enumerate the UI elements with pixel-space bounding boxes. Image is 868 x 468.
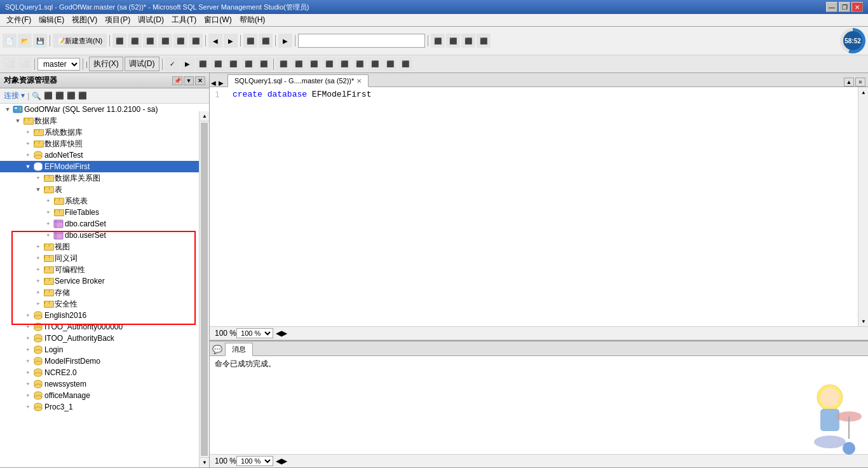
node-newssystem[interactable]: + newssystem — [0, 378, 209, 390]
tb2-btn2[interactable]: ⬜ — [18, 57, 32, 71]
zoom2-scroll-right[interactable]: ▶ — [281, 457, 287, 465]
code-content[interactable]: create database EFModelFirst — [233, 90, 863, 324]
tb-btn4[interactable]: ⬛ — [128, 34, 142, 48]
menu-edit[interactable]: 编辑(E) — [35, 13, 68, 27]
node-ncre[interactable]: + NCRE2.0 — [0, 367, 209, 378]
office-expand[interactable]: + — [23, 390, 33, 401]
security-expand[interactable]: + — [33, 299, 43, 309]
ef-expand[interactable]: ▼ — [23, 162, 33, 172]
tb2-btn13[interactable]: ⬛ — [322, 57, 336, 71]
panel-arrow[interactable]: ▼ — [184, 76, 194, 85]
tb-btn5[interactable]: ⬛ — [143, 34, 157, 48]
proc3-expand[interactable]: + — [23, 402, 33, 412]
panel-pin[interactable]: 📌 — [172, 76, 182, 85]
menu-help[interactable]: 帮助(H) — [236, 13, 269, 27]
node-proc3[interactable]: + Proc3_1 — [0, 401, 209, 413]
cardset-expand[interactable]: + — [43, 219, 53, 229]
editor-scroll-up[interactable]: ▲ — [858, 87, 868, 97]
connect-link[interactable]: 连接 ▾ — [4, 90, 25, 101]
menu-project[interactable]: 项目(P) — [101, 13, 134, 27]
tb-btn14[interactable]: ⬛ — [431, 34, 445, 48]
storage-expand[interactable]: + — [33, 287, 43, 298]
scroll-down-btn[interactable]: ▼ — [200, 457, 210, 467]
node-programmability[interactable]: + 可编程性 — [0, 264, 209, 275]
node-tables[interactable]: ▼ 表 — [0, 184, 209, 195]
ncre-expand[interactable]: + — [23, 368, 33, 378]
tb2-btn4[interactable]: ▶ — [180, 57, 194, 71]
snapshot-expand[interactable]: + — [23, 139, 33, 149]
tb2-btn12[interactable]: ⬛ — [307, 57, 321, 71]
tb-search[interactable] — [298, 34, 425, 48]
db-expand[interactable]: ▼ — [13, 116, 23, 126]
node-login[interactable]: + Login — [0, 344, 209, 355]
tables-expand[interactable]: ▼ — [33, 184, 43, 195]
tb-btn10[interactable]: ▶ — [224, 34, 238, 48]
tree-root[interactable]: ▼ GodOfWar (SQL Server 11.0.2100 - sa) — [0, 104, 209, 115]
adoNetTest-expand[interactable]: + — [23, 150, 33, 160]
oe-btn4[interactable]: ⬛ — [78, 92, 87, 100]
node-db-diagram[interactable]: + 数据库关系图 — [0, 172, 209, 184]
diagram-expand[interactable]: + — [33, 173, 43, 183]
views-expand[interactable]: + — [33, 242, 43, 252]
oe-btn2[interactable]: ⬛ — [55, 92, 64, 100]
minimize-button[interactable]: — — [826, 2, 837, 12]
tb-btn13[interactable]: ▶ — [278, 34, 292, 48]
node-sys-db[interactable]: + 系统数据库 — [0, 127, 209, 138]
tb2-btn3[interactable]: ✓ — [165, 57, 179, 71]
tab-icon2[interactable]: ≡ — [855, 78, 865, 86]
synonyms-expand[interactable]: + — [33, 253, 43, 263]
oe-btn3[interactable]: ⬛ — [67, 92, 76, 100]
tb-btn9[interactable]: ◀ — [208, 34, 222, 48]
node-snapshot[interactable]: + 数据库快照 — [0, 138, 209, 149]
node-dbo-userset[interactable]: + dbo.userSet — [0, 230, 209, 241]
menu-tools[interactable]: 工具(T) — [168, 13, 200, 27]
query-editor[interactable]: 1 create database EFModelFirst ▲ ▼ — [210, 87, 868, 326]
login-expand[interactable]: + — [23, 345, 33, 355]
menu-view[interactable]: 视图(V) — [68, 13, 101, 27]
tb-btn17[interactable]: ⬛ — [477, 34, 491, 48]
node-synonyms[interactable]: + 同义词 — [0, 252, 209, 264]
zoom-scroll-right[interactable]: ▶ — [281, 329, 287, 338]
tab-icon1[interactable]: ▲ — [844, 78, 854, 86]
node-adoNetTest[interactable]: + adoNetTest — [0, 149, 209, 161]
sb-expand[interactable]: + — [33, 276, 43, 286]
filter-icon[interactable]: 🔍 — [32, 92, 41, 100]
tb2-btn9[interactable]: ⬛ — [257, 57, 271, 71]
tab-close-btn[interactable]: ✕ — [356, 78, 362, 85]
zoom2-scroll-left[interactable]: ◀ — [276, 457, 281, 465]
scroll-thumb[interactable] — [201, 123, 208, 456]
tree-area[interactable]: ▼ GodOfWar (SQL Server 11.0.2100 - sa) ▼… — [0, 104, 209, 467]
tab-query1[interactable]: SQLQuery1.sql - G....master (sa (52))* ✕ — [227, 74, 369, 87]
node-views[interactable]: + 视图 — [0, 241, 209, 252]
node-itoo-auth[interactable]: + ITOO_Authority000000 — [0, 321, 209, 333]
zoom-scroll-left[interactable]: ◀ — [276, 329, 281, 338]
tb2-btn8[interactable]: ⬛ — [241, 57, 255, 71]
tb-btn3[interactable]: ⬛ — [112, 34, 126, 48]
tb2-btn17[interactable]: ⬛ — [383, 57, 397, 71]
tb-btn6[interactable]: ⬛ — [158, 34, 172, 48]
node-itoo-back[interactable]: + ITOO_AuthorityBack — [0, 333, 209, 344]
editor-scrollbar[interactable]: ▲ ▼ — [858, 87, 868, 326]
userset-expand[interactable]: + — [43, 230, 53, 240]
filetables-expand[interactable]: + — [43, 207, 53, 217]
tb2-btn7[interactable]: ⬛ — [226, 57, 240, 71]
tb2-btn6[interactable]: ⬛ — [211, 57, 225, 71]
menu-window[interactable]: 窗口(W) — [200, 13, 235, 27]
tb-btn15[interactable]: ⬛ — [446, 34, 460, 48]
tb2-btn1[interactable]: ⬜ — [3, 57, 17, 71]
tb2-btn5[interactable]: ⬛ — [196, 57, 210, 71]
node-storage[interactable]: + 存储 — [0, 287, 209, 298]
tb-save[interactable]: 💾 — [33, 34, 47, 48]
node-service-broker[interactable]: + Service Broker — [0, 275, 209, 287]
zoom-select[interactable]: 100 % — [236, 328, 273, 338]
tb2-btn10[interactable]: ⬛ — [276, 57, 290, 71]
tb-btn7[interactable]: ⬛ — [173, 34, 187, 48]
mfd-expand[interactable]: + — [23, 356, 33, 366]
node-english2016[interactable]: + English2016 — [0, 310, 209, 321]
tb-btn8[interactable]: ⬛ — [189, 34, 203, 48]
news-expand[interactable]: + — [23, 379, 33, 389]
node-databases[interactable]: ▼ 数据库 — [0, 115, 209, 127]
node-sys-tables[interactable]: + 系统表 — [0, 195, 209, 207]
node-dbo-cardset[interactable]: + dbo.cardSet — [0, 218, 209, 230]
tb2-btn15[interactable]: ⬛ — [353, 57, 367, 71]
